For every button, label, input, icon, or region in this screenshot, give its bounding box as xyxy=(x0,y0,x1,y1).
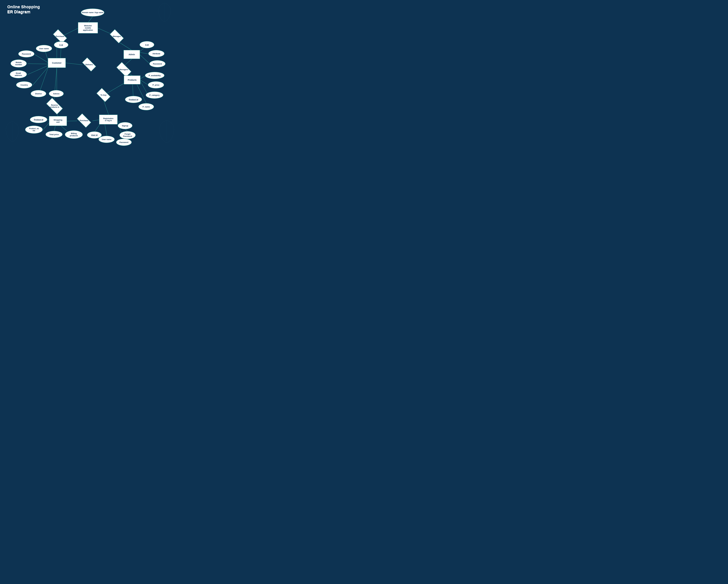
billing-products-entity: Billingproducts xyxy=(65,130,83,139)
svg-line-37 xyxy=(132,84,133,96)
svg-line-47 xyxy=(61,126,67,131)
svg-line-27 xyxy=(66,63,82,65)
p-category-entity: P_category xyxy=(146,91,163,99)
svg-line-14 xyxy=(88,17,93,23)
product-id-products-entity: Product id xyxy=(125,96,142,103)
c-id-entity: C id xyxy=(54,41,69,49)
p-name-entity: P_name xyxy=(138,103,154,110)
password-admin-entity: Password xyxy=(149,60,165,68)
attribute-entity: Attribute xyxy=(148,50,164,57)
address-entity: Adress xyxy=(49,90,64,97)
district-entity: District xyxy=(31,90,46,97)
delivers-diamond: Delivers xyxy=(81,60,97,69)
svg-line-23 xyxy=(28,65,48,75)
svg-line-31 xyxy=(140,55,150,64)
leaf-decoration-br xyxy=(156,118,178,144)
password-customer-entity: Password xyxy=(18,50,34,57)
leaf-decoration-bl xyxy=(3,120,22,143)
admin-entity: Admin xyxy=(124,50,140,59)
purchase-top-diamond: Purchase xyxy=(52,32,68,41)
diagram-container: Online Shopping ER Diagram xyxy=(0,0,182,146)
registration-entity: Registrationor log in xyxy=(99,114,118,125)
svg-line-34 xyxy=(140,76,146,79)
shopping-cart-entity: Shoppingcart xyxy=(49,116,67,126)
leaf-decoration-tr xyxy=(156,1,173,23)
signup-entity: Signup xyxy=(118,122,132,129)
svg-line-43 xyxy=(93,120,100,121)
svg-line-35 xyxy=(140,80,149,85)
p-availability-entity: P_availability xyxy=(145,72,164,79)
svg-line-21 xyxy=(35,55,48,62)
svg-line-24 xyxy=(33,67,48,85)
manages-diamond: Manages xyxy=(109,32,125,41)
username-reg-entity: User name xyxy=(98,136,115,143)
svg-line-48 xyxy=(95,125,100,132)
a-id-entity: A id xyxy=(139,41,154,48)
website-entity: Website/mobileapplication xyxy=(78,22,98,33)
email-entity: Emailaddress xyxy=(10,70,27,78)
password-reg-entity: Password xyxy=(116,139,132,146)
product-name-cart-entity: Product_name xyxy=(25,126,43,134)
purchase-bottom-diamond: Purchase xyxy=(76,116,92,125)
svg-line-49 xyxy=(105,125,107,136)
total-price-entity: Total price xyxy=(46,131,62,138)
to-buy-diamond: To buy xyxy=(96,90,111,100)
mobile-number-entity: Mobilenumber xyxy=(10,59,27,68)
svg-line-30 xyxy=(140,52,149,54)
svg-line-46 xyxy=(54,126,55,131)
forget-password-entity: ForgetPassword xyxy=(120,131,136,139)
products-entity: Products xyxy=(124,75,140,84)
managers-diamond: Managers xyxy=(115,65,132,74)
svg-line-22 xyxy=(28,63,48,64)
product-id-cart-entity: Product id xyxy=(30,116,47,123)
svg-line-45 xyxy=(43,122,50,130)
svg-line-40 xyxy=(103,100,109,115)
reserve-diamond: Reserveproducts in xyxy=(45,101,64,111)
p-price-entity: P_price xyxy=(148,81,164,88)
customer-entity: Customer xyxy=(48,58,66,68)
domain-name-entity: Domain name / App name xyxy=(81,8,104,17)
svg-line-32 xyxy=(125,59,132,65)
svg-line-36 xyxy=(140,82,147,93)
country-entity: Country xyxy=(16,81,32,88)
page-title: Online Shopping ER Diagram xyxy=(7,4,40,15)
svg-line-42 xyxy=(67,121,77,121)
username-customer-entity: User name xyxy=(36,45,52,52)
